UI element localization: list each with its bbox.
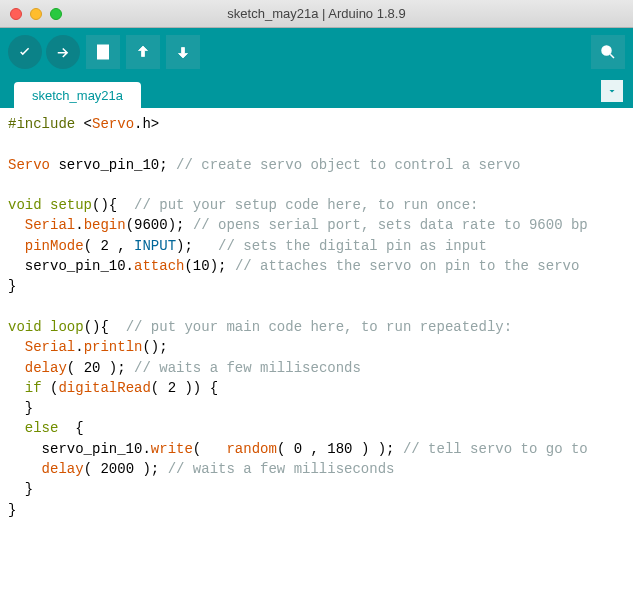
code-token: Serial	[25, 217, 75, 233]
window-title: sketch_may21a | Arduino 1.8.9	[0, 6, 633, 21]
code-token: }	[8, 278, 16, 294]
maximize-button[interactable]	[50, 8, 62, 20]
code-token: digitalRead	[58, 380, 150, 396]
code-token: .	[75, 217, 83, 233]
code-token: void	[8, 197, 42, 213]
code-token: println	[84, 339, 143, 355]
code-token: ( 2 ,	[84, 238, 134, 254]
code-token: <	[75, 116, 92, 132]
code-token	[8, 360, 25, 376]
code-token: ( 2 )) {	[151, 380, 218, 396]
verify-button[interactable]	[8, 35, 42, 69]
code-token	[8, 420, 25, 436]
code-token	[8, 461, 42, 477]
code-token: // sets the digital pin as input	[218, 238, 487, 254]
code-token: begin	[84, 217, 126, 233]
code-token: else	[25, 420, 59, 436]
traffic-lights	[10, 8, 62, 20]
code-token	[8, 380, 25, 396]
code-token: .h>	[134, 116, 159, 132]
save-button[interactable]	[166, 35, 200, 69]
code-token: .	[75, 339, 83, 355]
code-token: }	[8, 502, 16, 518]
code-editor[interactable]: #include <Servo.h> Servo servo_pin_10; /…	[0, 108, 633, 526]
code-token: ();	[142, 339, 167, 355]
code-token: servo_pin_10.	[8, 441, 151, 457]
code-token: (){	[92, 197, 134, 213]
code-token: ( 20 );	[67, 360, 134, 376]
code-token: // create servo object to control a serv…	[176, 157, 520, 173]
upload-button[interactable]	[46, 35, 80, 69]
code-token: }	[8, 400, 33, 416]
open-button[interactable]	[126, 35, 160, 69]
code-token: pinMode	[25, 238, 84, 254]
code-token: servo_pin_10.	[8, 258, 134, 274]
code-token: // attaches the servo on pin to the serv…	[235, 258, 588, 274]
code-token: ( 2000 );	[84, 461, 168, 477]
code-token: // put your main code here, to run repea…	[126, 319, 512, 335]
close-button[interactable]	[10, 8, 22, 20]
code-token: setup	[50, 197, 92, 213]
code-token: delay	[25, 360, 67, 376]
window-title-bar: sketch_may21a | Arduino 1.8.9	[0, 0, 633, 28]
tab-menu-button[interactable]	[601, 80, 623, 102]
code-token: delay	[42, 461, 84, 477]
code-token: INPUT	[134, 238, 176, 254]
code-token	[8, 339, 25, 355]
code-token: loop	[50, 319, 84, 335]
code-token: (	[193, 441, 227, 457]
code-token: void	[8, 319, 42, 335]
code-token: write	[151, 441, 193, 457]
toolbar	[0, 28, 633, 76]
code-token: #include	[8, 116, 75, 132]
code-token: Servo	[8, 157, 50, 173]
minimize-button[interactable]	[30, 8, 42, 20]
code-token	[42, 197, 50, 213]
code-token: if	[25, 380, 42, 396]
code-token: // waits a few milliseconds	[168, 461, 395, 477]
code-token: attach	[134, 258, 184, 274]
code-token: (	[42, 380, 59, 396]
svg-line-5	[610, 54, 614, 58]
serial-monitor-button[interactable]	[591, 35, 625, 69]
code-token	[8, 238, 25, 254]
code-token: Serial	[25, 339, 75, 355]
code-token: (9600);	[126, 217, 193, 233]
code-token: }	[8, 481, 33, 497]
code-token: Servo	[92, 116, 134, 132]
code-token: (10);	[184, 258, 234, 274]
code-token: ( 0 , 180 ) );	[277, 441, 403, 457]
code-token: random	[226, 441, 276, 457]
new-file-button[interactable]	[86, 35, 120, 69]
code-token: // tell servo to go to	[403, 441, 588, 457]
code-token	[42, 319, 50, 335]
code-token: {	[58, 420, 83, 436]
sketch-tab[interactable]: sketch_may21a	[14, 82, 141, 108]
code-token: // opens serial port, sets data rate to …	[193, 217, 588, 233]
svg-point-4	[602, 46, 611, 55]
code-token: // put your setup code here, to run once…	[134, 197, 478, 213]
code-token: );	[176, 238, 218, 254]
tab-bar: sketch_may21a	[0, 76, 633, 108]
code-token	[8, 217, 25, 233]
code-token: (){	[84, 319, 126, 335]
code-token: // waits a few milliseconds	[134, 360, 361, 376]
code-token: servo_pin_10;	[50, 157, 176, 173]
